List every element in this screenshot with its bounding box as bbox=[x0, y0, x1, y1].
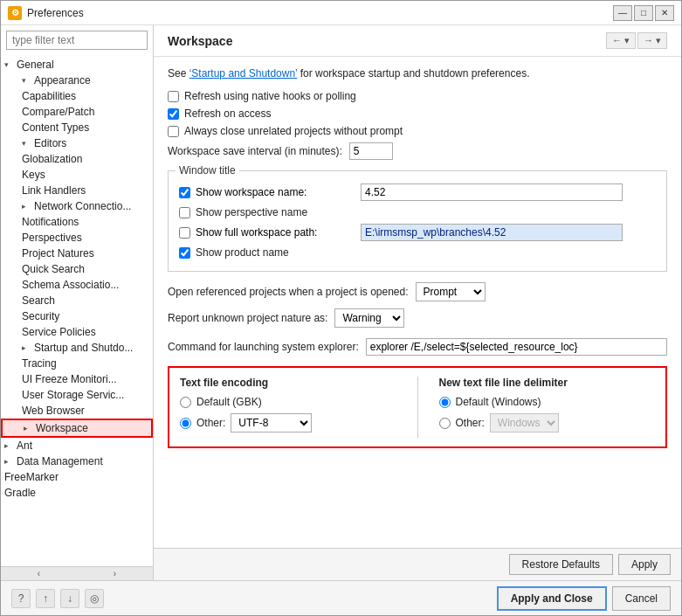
window-icon: ⚙ bbox=[8, 6, 22, 20]
main-area: General Appearance Capabilities Compare/… bbox=[1, 25, 681, 580]
sidebar-item-content-types[interactable]: Content Types bbox=[1, 120, 153, 135]
general-label: General bbox=[17, 59, 54, 71]
sidebar-item-freemarker[interactable]: FreeMarker bbox=[1, 469, 153, 485]
close-button[interactable]: ✕ bbox=[655, 5, 674, 21]
refresh-access-checkbox[interactable] bbox=[168, 108, 179, 120]
sidebar-item-schema[interactable]: Schema Associatio... bbox=[1, 277, 153, 293]
cancel-button[interactable]: Cancel bbox=[612, 586, 671, 611]
sidebar-item-network[interactable]: Network Connectio... bbox=[1, 198, 153, 214]
sidebar-item-ui-freeze[interactable]: UI Freeze Monitori... bbox=[1, 371, 153, 387]
window-title-group-label: Window title bbox=[176, 164, 239, 176]
startup-shutdown-link[interactable]: ‘Startup and Shutdown’ bbox=[189, 67, 298, 80]
data-management-label: Data Management bbox=[17, 455, 103, 467]
delimiter-other-select[interactable]: Windows Unix Mac bbox=[490, 413, 559, 433]
encoding-other-select[interactable]: UTF-8 UTF-16 ISO-8859-1 GBK bbox=[231, 413, 312, 433]
sidebar-item-search[interactable]: Search bbox=[1, 293, 153, 308]
nav-back-button[interactable]: ← ▾ bbox=[606, 32, 636, 49]
sidebar-item-keys[interactable]: Keys bbox=[1, 167, 153, 183]
apply-close-button[interactable]: Apply and Close bbox=[497, 586, 607, 611]
sidebar-scroll-buttons: ‹ › bbox=[1, 566, 153, 580]
nav-forward-button[interactable]: → ▾ bbox=[637, 32, 667, 49]
chevron-workspace bbox=[24, 424, 32, 433]
help-icon[interactable]: ? bbox=[11, 589, 31, 608]
sidebar-item-startup[interactable]: Startup and Shutdo... bbox=[1, 340, 153, 356]
content-types-label: Content Types bbox=[22, 121, 89, 134]
filter-input[interactable] bbox=[6, 31, 148, 50]
sidebar-item-web-browser[interactable]: Web Browser bbox=[1, 403, 153, 419]
sidebar-item-data-management[interactable]: Data Management bbox=[1, 453, 153, 469]
sidebar-item-appearance[interactable]: Appearance bbox=[1, 73, 153, 88]
chevron-startup bbox=[22, 343, 31, 352]
show-perspective-name-checkbox[interactable] bbox=[179, 207, 190, 218]
scroll-left-button[interactable]: ‹ bbox=[1, 567, 77, 580]
appearance-label: Appearance bbox=[34, 74, 91, 87]
sidebar-item-ant[interactable]: Ant bbox=[1, 438, 153, 453]
chevron-editors bbox=[22, 139, 31, 148]
delimiter-default-radio[interactable] bbox=[439, 397, 451, 408]
sidebar-item-service-policies[interactable]: Service Policies bbox=[1, 324, 153, 340]
ui-freeze-label: UI Freeze Monitori... bbox=[22, 373, 117, 385]
sidebar-item-workspace[interactable]: Workspace bbox=[1, 419, 153, 438]
freemarker-label: FreeMarker bbox=[4, 471, 59, 483]
show-full-path-checkbox[interactable] bbox=[179, 227, 190, 239]
sidebar-item-security[interactable]: Security bbox=[1, 308, 153, 324]
sidebar-item-globalization[interactable]: Globalization bbox=[1, 151, 153, 167]
show-product-name-checkbox[interactable] bbox=[179, 247, 190, 259]
command-input[interactable] bbox=[366, 338, 667, 356]
delimiter-default-row: Default (Windows) bbox=[439, 396, 656, 408]
save-interval-input[interactable] bbox=[349, 142, 393, 160]
save-interval-row: Workspace save interval (in minutes): bbox=[168, 142, 667, 160]
chevron-data-management bbox=[4, 457, 13, 466]
report-unknown-select[interactable]: Warning Error Ignore bbox=[334, 308, 404, 328]
content-body: See ‘Startup and Shutdown’ for workspace… bbox=[154, 57, 681, 548]
show-product-name-row: Show product name bbox=[179, 246, 656, 259]
delimiter-other-radio[interactable] bbox=[439, 418, 451, 429]
delimiter-other-row: Other: Windows Unix Mac bbox=[439, 413, 656, 433]
sidebar-item-project-natures[interactable]: Project Natures bbox=[1, 246, 153, 261]
text-encoding-title: Text file encoding bbox=[180, 377, 396, 389]
sidebar-item-user-storage[interactable]: User Storage Servic... bbox=[1, 387, 153, 403]
refresh-access-row: Refresh on access bbox=[168, 107, 667, 120]
show-workspace-name-checkbox[interactable] bbox=[179, 187, 190, 198]
title-bar-controls: — □ ✕ bbox=[613, 5, 674, 21]
command-row: Command for launching system explorer: bbox=[168, 338, 667, 356]
sidebar-item-compare-patch[interactable]: Compare/Patch bbox=[1, 104, 153, 120]
startup-label: Startup and Shutdo... bbox=[34, 342, 133, 354]
footer-bar: ? ↑ ↓ ◎ Apply and Close Cancel bbox=[1, 580, 681, 615]
workspace-name-input[interactable] bbox=[361, 183, 623, 201]
sidebar-item-editors[interactable]: Editors bbox=[1, 135, 153, 151]
apply-button[interactable]: Apply bbox=[618, 554, 671, 575]
refresh-native-label: Refresh using native hooks or polling bbox=[184, 90, 356, 102]
sidebar-item-general[interactable]: General bbox=[1, 57, 153, 73]
link-handlers-label: Link Handlers bbox=[22, 184, 86, 197]
encoding-other-label: Other: bbox=[196, 417, 225, 429]
restore-defaults-button[interactable]: Restore Defaults bbox=[509, 554, 613, 575]
maximize-button[interactable]: □ bbox=[634, 5, 653, 21]
open-referenced-label: Open referenced projects when a project … bbox=[168, 286, 409, 298]
workspace-path-input[interactable] bbox=[361, 224, 623, 241]
minimize-button[interactable]: — bbox=[613, 5, 632, 21]
sidebar-item-tracing[interactable]: Tracing bbox=[1, 356, 153, 371]
scroll-right-button[interactable]: › bbox=[77, 567, 153, 580]
settings-icon[interactable]: ◎ bbox=[85, 589, 104, 608]
refresh-access-label: Refresh on access bbox=[184, 107, 271, 120]
close-unrelated-checkbox[interactable] bbox=[168, 126, 179, 137]
keys-label: Keys bbox=[22, 169, 45, 181]
sidebar-item-quick-search[interactable]: Quick Search bbox=[1, 261, 153, 277]
refresh-native-row: Refresh using native hooks or polling bbox=[168, 90, 667, 102]
sidebar-item-perspectives[interactable]: Perspectives bbox=[1, 230, 153, 246]
sidebar-item-link-handlers[interactable]: Link Handlers bbox=[1, 183, 153, 198]
sidebar-item-notifications[interactable]: Notifications bbox=[1, 214, 153, 230]
refresh-native-checkbox[interactable] bbox=[168, 91, 179, 102]
encoding-other-radio[interactable] bbox=[180, 418, 191, 429]
close-unrelated-row: Always close unrelated projects without … bbox=[168, 125, 667, 137]
sidebar-item-capabilities[interactable]: Capabilities bbox=[1, 88, 153, 104]
security-label: Security bbox=[22, 310, 59, 322]
workspace-label: Workspace bbox=[36, 422, 88, 434]
title-bar: ⚙ Preferences — □ ✕ bbox=[1, 1, 681, 25]
import-icon[interactable]: ↓ bbox=[60, 589, 79, 608]
sidebar-item-gradle[interactable]: Gradle bbox=[1, 485, 153, 501]
encoding-default-radio[interactable] bbox=[180, 397, 191, 408]
export-icon[interactable]: ↑ bbox=[36, 589, 55, 608]
open-referenced-select[interactable]: Prompt Always Never bbox=[416, 282, 486, 301]
